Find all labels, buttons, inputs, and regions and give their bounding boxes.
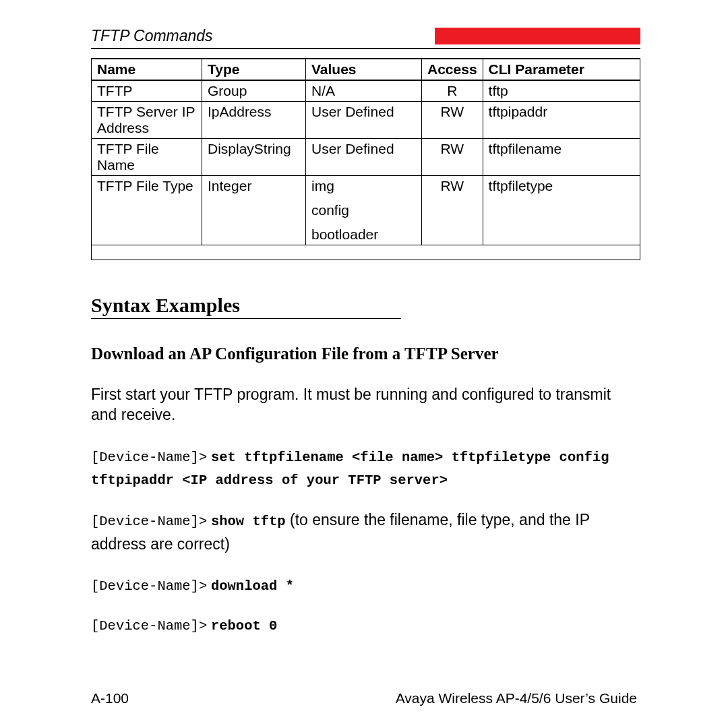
section-title: TFTP Commands: [91, 27, 213, 45]
page-number: A-100: [91, 690, 129, 706]
col-type: Type: [202, 59, 306, 80]
page-footer: A-100 Avaya Wireless AP-4/5/6 User’s Gui…: [91, 690, 637, 706]
table-row: TFTP Group N/A R tftp: [92, 80, 640, 102]
col-name: Name: [92, 59, 202, 80]
parameter-table: Name Type Values Access CLI Parameter TF…: [91, 58, 640, 260]
col-access: Access: [422, 59, 483, 80]
table-spacer-row: [92, 245, 640, 260]
command-block-download: [Device-Name]> download *: [91, 574, 640, 597]
table-row: TFTP File Type Integer img config bootlo…: [92, 176, 640, 245]
syntax-rule: [91, 318, 401, 319]
syntax-heading: Syntax Examples: [91, 294, 640, 317]
page-header: TFTP Commands: [91, 27, 640, 45]
guide-title: Avaya Wireless AP-4/5/6 User’s Guide: [396, 690, 637, 706]
command-block-reboot: [Device-Name]> reboot 0: [91, 614, 640, 637]
col-cli: CLI Parameter: [483, 59, 640, 80]
command-block-show: [Device-Name]> show tftp (to ensure the …: [91, 508, 640, 556]
table-row: TFTP File Name DisplayString User Define…: [92, 139, 640, 176]
table-header-row: Name Type Values Access CLI Parameter: [92, 59, 640, 80]
sub-heading: Download an AP Configuration File from a…: [91, 344, 640, 363]
header-rule: [91, 48, 640, 49]
command-block-set: [Device-Name]> set tftpfilename <file na…: [91, 446, 640, 491]
col-values: Values: [306, 59, 422, 80]
table-row: TFTP Server IP Address IpAddress User De…: [92, 102, 640, 139]
accent-bar: [435, 28, 640, 44]
intro-text: First start your TFTP program. It must b…: [91, 385, 640, 425]
